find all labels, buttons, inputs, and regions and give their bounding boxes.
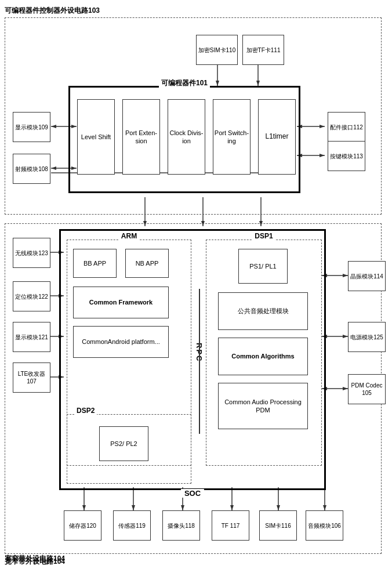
common-audio-pdm-box: Common Audio Processing PDM [218, 383, 308, 429]
button-113-box: 按键模块113 [328, 141, 365, 171]
display-121-box: 显示模块121 [13, 322, 50, 352]
programmable-device-title: 可编程器件101 [159, 78, 210, 88]
rf-108-box: 射频模块108 [13, 154, 50, 184]
power-125-box: 电源模块125 [348, 322, 386, 352]
accessories-112-box: 配件接口112 [328, 112, 365, 142]
ps2-pl2-box: PS2/ PL2 [99, 426, 148, 461]
bottom-label-text: 宽窄带外设电路104 [5, 554, 65, 564]
soc-box: SOC ARM BB APP NB APP Common Framework C… [59, 229, 326, 490]
sensor-119-box: 传感器119 [113, 510, 151, 541]
dsp2-label: DSP2 [74, 407, 97, 415]
sim-116-box: SIM卡116 [259, 510, 297, 541]
positioning-122-box: 定位模块122 [13, 281, 50, 311]
ps1-pl1-box: PS1/ PL1 [238, 249, 288, 284]
dsp2-area: DSP2 PS2/ PL2 [67, 414, 191, 484]
pdm-codec-105-box: PDM Codec 105 [348, 374, 386, 404]
l1timer-box: L1timer [258, 99, 296, 175]
encrypt-sim-box: 加密SIM卡110 [196, 35, 238, 65]
nb-app-box: NB APP [125, 249, 169, 278]
lte-107-box: LTE收发器107 [13, 362, 50, 393]
public-audio-box: 公共音频处理模块 [218, 292, 308, 330]
port-switching-box: Port Switch-ing [213, 99, 251, 175]
tf-117-box: TF 117 [212, 510, 249, 541]
display-109-box: 显示模块109 [13, 112, 50, 142]
storage-120-box: 储存器120 [64, 510, 101, 541]
programmable-device-box: 可编程器件101 Level Shift Port Exten-sion Clo… [68, 86, 300, 193]
common-algorithms-box: Common Algorithms [218, 338, 308, 375]
port-extension-box: Port Exten-sion [122, 99, 160, 175]
bb-app-box: BB APP [73, 249, 117, 278]
clock-division-box: Clock Divis-ion [168, 99, 205, 175]
dsp1-label: DSP1 [252, 232, 275, 240]
common-android-box: CommonAndroid platform... [73, 326, 169, 358]
dsp1-box: DSP1 PS1/ PL1 公共音频处理模块 Common Algorithms… [206, 240, 322, 466]
level-shift-box: Level Shift [77, 99, 115, 175]
arm-label: ARM [119, 232, 139, 240]
audio-106-box: 音频模块106 [306, 510, 343, 541]
soc-label: SOC [181, 489, 204, 498]
camera-118-box: 摄像头118 [162, 510, 200, 541]
rpc-line [199, 289, 200, 434]
encrypt-tf-box: 加密TF卡111 [242, 35, 284, 65]
crystal-114-box: 晶振模块114 [348, 261, 386, 291]
wireless-123-box: 无线模块123 [13, 238, 50, 268]
common-framework-box: Common Framework [73, 287, 169, 318]
top-section-label: 可编程器件控制器外设电路103 [5, 6, 100, 16]
